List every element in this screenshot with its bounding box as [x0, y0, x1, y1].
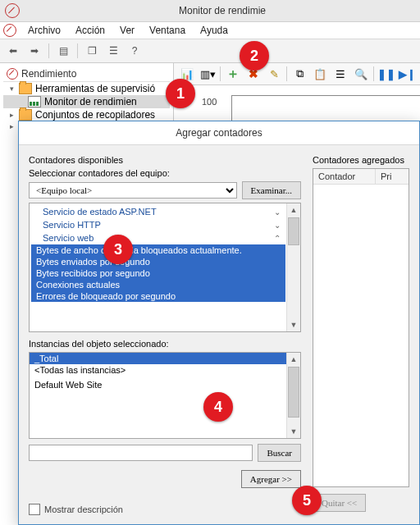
- instance-item-redacted[interactable]: [30, 390, 287, 415]
- search-button[interactable]: Buscar: [258, 444, 301, 462]
- instance-item-total[interactable]: _Total: [30, 353, 287, 364]
- folder-icon: [19, 83, 32, 94]
- tree-label: Conjuntos de recopiladores: [35, 109, 155, 121]
- menu-file[interactable]: Archivo: [21, 23, 67, 38]
- chart-icon: [28, 96, 41, 107]
- group-label: Servicio HTTP: [43, 220, 101, 230]
- table-header: Contador Pri: [313, 169, 409, 185]
- expander-icon[interactable]: ▸: [8, 122, 16, 130]
- tb-showhide-icon[interactable]: ▤: [53, 41, 73, 61]
- window-title: Monitor de rendimie: [25, 5, 420, 16]
- tb-window-icon[interactable]: ❐: [82, 41, 102, 61]
- ct-props-icon[interactable]: ☰: [331, 64, 350, 84]
- scroll-down-icon[interactable]: ▼: [287, 425, 300, 438]
- instance-search-input[interactable]: [29, 445, 253, 461]
- window-titlebar: Monitor de rendimie: [0, 0, 420, 22]
- separator: [48, 43, 49, 58]
- step-badge-5: 5: [292, 486, 322, 515]
- counter-group-http[interactable]: Servicio HTTP ⌄: [31, 218, 285, 231]
- expander-icon[interactable]: ▸: [8, 112, 16, 119]
- ct-zoom-icon[interactable]: 🔍: [351, 64, 371, 84]
- tree-node-perfmon[interactable]: Monitor de rendimien: [3, 95, 170, 108]
- ct-highlight-icon[interactable]: ✎: [264, 64, 284, 84]
- instances-inner: _Total <Todas las instancias> Default We…: [30, 353, 287, 438]
- menu-view[interactable]: Ver: [113, 23, 141, 38]
- tree-label: Monitor de rendimien: [44, 96, 137, 107]
- instance-item-all[interactable]: <Todas las instancias>: [30, 364, 287, 376]
- separator: [373, 66, 374, 81]
- ct-freeze-icon[interactable]: ❚❚: [377, 64, 396, 84]
- tb-help-icon[interactable]: ?: [125, 41, 144, 61]
- counter-item[interactable]: Bytes de ancho de banda bloqueados actua…: [31, 244, 285, 256]
- step-badge-1: 1: [166, 79, 195, 108]
- app-icon: [5, 3, 20, 18]
- tb-props-icon[interactable]: ☰: [103, 41, 123, 61]
- tree-root-label: Rendimiento: [21, 68, 76, 80]
- instance-item-default[interactable]: Default Web Site: [30, 379, 287, 390]
- added-label: Contadores agregados: [313, 155, 409, 165]
- instances-listbox[interactable]: _Total <Todas las instancias> Default We…: [29, 352, 301, 439]
- menu-help[interactable]: Ayuda: [194, 23, 235, 38]
- add-counters-dialog: Agregar contadores Contadores disponible…: [18, 121, 420, 525]
- scroll-thumb[interactable]: [288, 217, 299, 245]
- added-counters-table[interactable]: Contador Pri: [313, 168, 409, 487]
- menu-bar: Archivo Acción Ver Ventana Ayuda: [0, 22, 420, 39]
- group-label: Servicio de estado ASP.NET: [43, 207, 157, 217]
- tree-node-collectors[interactable]: ▸ Conjuntos de recopiladores: [3, 108, 170, 121]
- tree-root[interactable]: Rendimiento: [3, 66, 170, 82]
- group-label: Servicio web: [43, 233, 94, 243]
- scroll-track[interactable]: [287, 418, 300, 425]
- scrollbar[interactable]: ▲ ▼: [286, 203, 300, 331]
- separator: [220, 66, 221, 81]
- step-badge-2: 2: [240, 41, 269, 71]
- add-button[interactable]: Agregar >>: [241, 470, 301, 488]
- ct-paste-icon[interactable]: 📋: [310, 64, 330, 84]
- computer-select[interactable]: <Equipo local>: [29, 182, 237, 199]
- app-icon-small: [3, 24, 16, 37]
- folder-icon: [19, 109, 32, 121]
- counter-item[interactable]: Bytes recibidos por segundo: [31, 267, 285, 279]
- scrollbar[interactable]: ▲ ▼: [286, 353, 300, 438]
- show-description-label: Mostrar descripción: [44, 504, 123, 514]
- select-computer-label: Seleccionar contadores del equipo:: [29, 168, 301, 178]
- scroll-thumb[interactable]: [288, 367, 299, 418]
- browse-button[interactable]: Examinar...: [242, 181, 301, 199]
- show-description-checkbox[interactable]: Mostrar descripción: [29, 504, 123, 515]
- tb-fwd-icon[interactable]: ➡: [25, 41, 44, 61]
- scroll-down-icon[interactable]: ▼: [287, 318, 300, 331]
- ct-viewdrop-icon[interactable]: ▥▾: [198, 64, 217, 84]
- scroll-up-icon[interactable]: ▲: [287, 203, 300, 217]
- counter-item[interactable]: Bytes enviados por segundo: [31, 256, 285, 267]
- counters-listbox[interactable]: Servicio de estado ASP.NET ⌄ Servicio HT…: [29, 203, 301, 332]
- counter-group-web[interactable]: Servicio web ⌃: [31, 231, 285, 244]
- scroll-track[interactable]: [287, 246, 300, 318]
- tree-label: Herramientas de supervisió: [35, 83, 155, 94]
- checkbox-icon: [29, 504, 40, 515]
- chart-ylabel: 100: [202, 97, 217, 107]
- menu-action[interactable]: Acción: [69, 23, 112, 38]
- chart-toolbar: 📊 ▥▾ ＋ ✖ ✎ ⧉ 📋 ☰ 🔍 ❚❚ ▶❙: [174, 63, 420, 85]
- counter-item[interactable]: Errores de bloqueado por segundo: [31, 290, 285, 302]
- expander-icon[interactable]: ▾: [8, 85, 16, 93]
- ct-add-counter-icon[interactable]: ＋: [223, 64, 243, 84]
- available-label: Contadores disponibles: [29, 155, 301, 165]
- separator: [77, 43, 78, 58]
- counters-list-inner: Servicio de estado ASP.NET ⌄ Servicio HT…: [30, 203, 287, 331]
- menu-window[interactable]: Ventana: [143, 23, 192, 38]
- scroll-up-icon[interactable]: ▲: [287, 353, 300, 366]
- ct-update-icon[interactable]: ▶❙: [397, 64, 417, 84]
- dialog-body: Contadores disponibles Seleccionar conta…: [19, 145, 419, 525]
- added-counters-column: Contadores agregados Contador Pri Quitar…: [313, 155, 409, 515]
- dialog-title: Agregar contadores: [19, 121, 419, 145]
- col-counter[interactable]: Contador: [313, 169, 376, 184]
- chevron-down-icon: ⌄: [274, 208, 281, 217]
- tree-node-tools[interactable]: ▾ Herramientas de supervisió: [3, 82, 170, 95]
- step-badge-3: 3: [103, 235, 133, 264]
- col-pri[interactable]: Pri: [376, 169, 409, 184]
- counter-item[interactable]: Conexiones actuales: [31, 279, 285, 290]
- ct-copy-icon[interactable]: ⧉: [290, 64, 309, 84]
- chevron-down-icon: ⌄: [274, 221, 281, 230]
- counter-group-aspnet[interactable]: Servicio de estado ASP.NET ⌄: [31, 205, 285, 218]
- tb-back-icon[interactable]: ⬅: [3, 41, 23, 61]
- chevron-up-icon: ⌃: [274, 234, 281, 243]
